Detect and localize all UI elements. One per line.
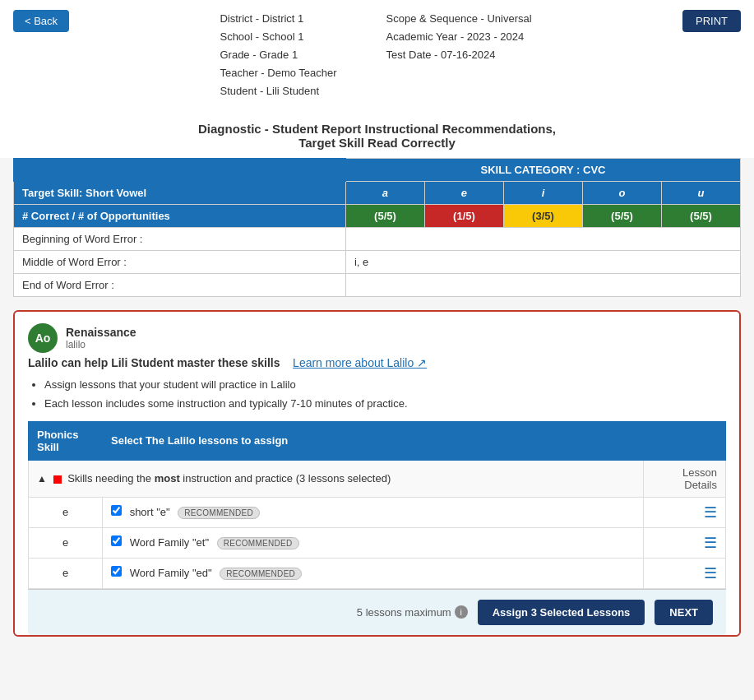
skill-header-empty: [14, 159, 346, 182]
lesson-label-3: Word Family "ed": [130, 567, 212, 579]
meta-right: Scope & Sequence - Universal Academic Ye…: [386, 10, 532, 100]
info-icon[interactable]: i: [455, 605, 468, 619]
student-label: Student - Lili Student: [220, 82, 336, 100]
lesson-details-header: Lesson Details: [644, 460, 726, 497]
target-skill-label: Target Skill: Short Vowel: [14, 182, 346, 205]
report-title-line2: Target Skill Read Correctly: [8, 136, 746, 150]
col-phonics-header: Phonics Skill: [29, 421, 103, 460]
back-button[interactable]: < Back: [13, 10, 69, 32]
score-a: (5/5): [345, 205, 424, 228]
badge-3: RECOMMENDED: [220, 568, 302, 580]
meta-left: District - District 1 School - School 1 …: [220, 10, 336, 100]
section-count: (3 lessons selected): [296, 472, 391, 484]
district-label: District - District 1: [220, 10, 336, 28]
section-prefix: Skills needing the: [67, 472, 151, 484]
report-title: Diagnostic - Student Report Instructiona…: [0, 110, 754, 158]
score-o: (5/5): [582, 205, 661, 228]
print-button[interactable]: PRINT: [682, 10, 741, 32]
ren-bullets: Assign lessons that your student will pr…: [44, 376, 726, 412]
section-after-text: instruction and practice: [183, 472, 295, 484]
lesson-row-2: e Word Family "et" RECOMMENDED ☰: [29, 527, 726, 558]
ren-brand-name: Renaissance: [66, 326, 136, 339]
ren-tagline-text: Lalilo can help Lili Student master thes…: [28, 356, 280, 369]
bullet-1: Assign lessons that your student will pr…: [44, 376, 726, 394]
report-title-line1: Diagnostic - Student Report Instructiona…: [8, 122, 746, 136]
teacher-label: Teacher - Demo Teacher: [220, 64, 336, 82]
skill-table: SKILL CATEGORY : CVC Target Skill: Short…: [13, 158, 741, 297]
beginning-error-label: Beginning of Word Error :: [14, 228, 346, 251]
lesson-label-2: Word Family "et": [130, 536, 209, 549]
learn-more-link[interactable]: Learn more about Lalilo ↗: [293, 356, 427, 369]
lesson-detail-icon-1[interactable]: ☰: [704, 504, 717, 521]
lesson-select-2: Word Family "et" RECOMMENDED: [103, 527, 644, 558]
test-date-label: Test Date - 07-16-2024: [386, 46, 532, 64]
assign-button[interactable]: Assign 3 Selected Lessons: [478, 600, 645, 625]
lesson-details-1[interactable]: ☰: [644, 497, 726, 527]
lesson-details-2[interactable]: ☰: [644, 527, 726, 558]
bullet-2: Each lesson includes some instruction an…: [44, 395, 726, 413]
phonics-skill-1: e: [29, 497, 103, 527]
phonics-skill-2: e: [29, 527, 103, 558]
score-i: (3/5): [503, 205, 582, 228]
phonics-skill-3: e: [29, 558, 103, 588]
middle-error-label: Middle of Word Error :: [14, 251, 346, 274]
max-text: 5 lessons maximum: [357, 606, 451, 619]
red-square-icon: [53, 475, 62, 484]
lesson-select-3: Word Family "ed" RECOMMENDED: [103, 558, 644, 588]
vowel-a: a: [345, 182, 424, 205]
badge-1: RECOMMENDED: [178, 507, 260, 519]
top-bar: < Back District - District 1 School - Sc…: [0, 0, 754, 110]
vowel-u: u: [661, 182, 740, 205]
section-bold-text: most: [155, 472, 180, 484]
chevron-up-icon[interactable]: ▲: [37, 473, 47, 484]
end-error-value: [345, 274, 740, 297]
renaissance-panel: Ao Renaissance lalilo Lalilo can help Li…: [13, 310, 741, 636]
lesson-checkbox-1[interactable]: [111, 505, 122, 516]
school-label: School - School 1: [220, 28, 336, 46]
col-details-header: [644, 421, 726, 460]
lesson-details-3[interactable]: ☰: [644, 558, 726, 588]
score-u: (5/5): [661, 205, 740, 228]
lesson-label-1: short "e": [130, 506, 170, 518]
vowel-o: o: [582, 182, 661, 205]
ren-logo: Ao: [28, 323, 58, 353]
lesson-checkbox-2[interactable]: [111, 535, 122, 546]
badge-2: RECOMMENDED: [217, 537, 299, 549]
beginning-error-value: [345, 228, 740, 251]
skill-category-header: SKILL CATEGORY : CVC: [345, 159, 740, 182]
lesson-detail-icon-2[interactable]: ☰: [704, 535, 717, 551]
middle-error-value: i, e: [345, 251, 740, 274]
lesson-checkbox-3[interactable]: [111, 566, 122, 577]
vowel-i: i: [503, 182, 582, 205]
next-button[interactable]: NEXT: [655, 600, 713, 625]
score-e: (1/5): [424, 205, 503, 228]
scope-label: Scope & Sequence - Universal: [386, 10, 532, 28]
ren-header: Ao Renaissance lalilo: [28, 323, 726, 353]
lessons-max-label: 5 lessons maximum i: [357, 605, 468, 619]
lesson-detail-icon-3[interactable]: ☰: [704, 565, 717, 582]
section-row: ▲ Skills needing the most instruction an…: [29, 460, 726, 497]
lessons-table: Phonics Skill Select The Lalilo lessons …: [28, 421, 726, 589]
ren-sub-label: lalilo: [66, 339, 136, 350]
ren-tagline-area: Lalilo can help Lili Student master thes…: [28, 356, 726, 369]
section-label-cell: ▲ Skills needing the most instruction an…: [29, 460, 644, 497]
correct-label: # Correct / # of Opportunities: [14, 205, 346, 228]
end-error-label: End of Word Error :: [14, 274, 346, 297]
lesson-select-1: short "e" RECOMMENDED: [103, 497, 644, 527]
academic-year-label: Academic Year - 2023 - 2024: [386, 28, 532, 46]
grade-label: Grade - Grade 1: [220, 46, 336, 64]
lesson-row-1: e short "e" RECOMMENDED ☰: [29, 497, 726, 527]
bottom-bar: 5 lessons maximum i Assign 3 Selected Le…: [28, 589, 726, 635]
col-select-header: Select The Lalilo lessons to assign: [103, 421, 644, 460]
vowel-e: e: [424, 182, 503, 205]
lesson-row-3: e Word Family "ed" RECOMMENDED ☰: [29, 558, 726, 588]
